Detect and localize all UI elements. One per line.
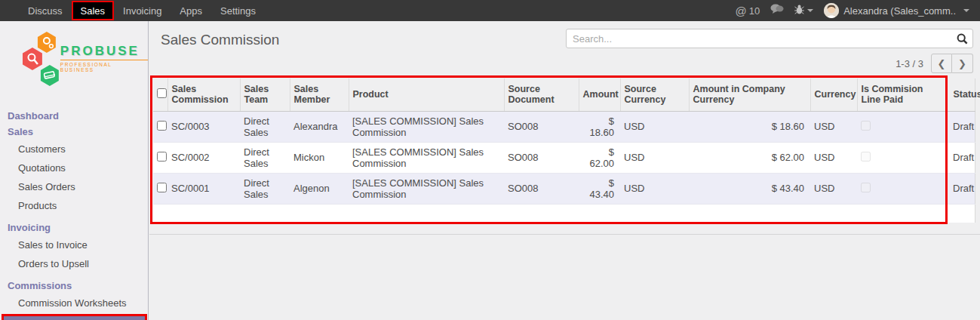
- messages-icon[interactable]: [770, 4, 784, 17]
- cell-product: [SALES COMMISSION] Sales Commission: [349, 173, 504, 204]
- sidebar-header-invoicing[interactable]: Invoicing: [0, 220, 148, 235]
- cell-amount-company: $ 43.40: [689, 173, 810, 204]
- bug-icon: [794, 4, 804, 17]
- col-product[interactable]: Product: [349, 78, 504, 111]
- at-icon: @: [735, 5, 746, 17]
- user-name: Alexandra (Sales_comm..: [843, 5, 956, 17]
- debug-menu[interactable]: [794, 4, 813, 17]
- status-badge: Draft: [947, 173, 975, 204]
- table-row[interactable]: SC/0001 Direct Sales Algenon [SALES COMM…: [153, 173, 975, 204]
- avatar: [824, 3, 839, 18]
- search-input[interactable]: [567, 33, 951, 45]
- cell-amount-company: $ 62.00: [689, 142, 810, 173]
- paid-checkbox[interactable]: [861, 121, 871, 131]
- cell-product: [SALES COMMISSION] Sales Commission: [349, 142, 504, 173]
- paid-checkbox[interactable]: [861, 183, 871, 192]
- col-sales-commission[interactable]: Sales Commission: [167, 78, 240, 111]
- cell-member: Mickon: [290, 142, 349, 173]
- cell-product: [SALES COMMISSION] Sales Commission: [349, 111, 504, 142]
- cell-member: Alexandra: [290, 111, 349, 142]
- cell-source-currency: USD: [620, 142, 689, 173]
- logo-text: PROBUSE PROFESSIONAL BUSINESS: [60, 44, 148, 72]
- cell-name: SC/0002: [167, 142, 240, 173]
- col-sales-team[interactable]: Sales Team: [240, 78, 290, 111]
- empty-row: [153, 204, 975, 223]
- col-currency[interactable]: Currency: [810, 78, 857, 111]
- chevron-right-icon: ❯: [958, 58, 966, 69]
- sidebar-item-customers[interactable]: Customers: [0, 140, 148, 158]
- sidebar-header-commissions[interactable]: Commissions: [0, 278, 148, 294]
- pager-previous-button[interactable]: ❮: [931, 54, 952, 73]
- caret-down-icon: [807, 9, 813, 12]
- col-amount-company-currency[interactable]: Amount in Company Currency: [689, 78, 810, 111]
- row-select-checkbox[interactable]: [157, 183, 167, 192]
- cell-currency: USD: [810, 142, 857, 173]
- sidebar: PROBUSE PROFESSIONAL BUSINESS Dashboard …: [0, 21, 149, 320]
- col-source-currency[interactable]: Source Currency: [620, 78, 689, 111]
- sidebar-item-quotations[interactable]: Quotations: [0, 158, 148, 177]
- logo-title: PROBUSE: [60, 44, 148, 59]
- search-box: [566, 29, 973, 48]
- cell-name: SC/0003: [167, 111, 240, 142]
- chevron-left-icon: ❮: [938, 58, 946, 69]
- sidebar-item-products[interactable]: Products: [0, 196, 148, 215]
- cell-team: Direct Sales: [240, 173, 290, 204]
- main-content: Sales Commission 1-3 / 3 ❮ ❯: [149, 21, 980, 320]
- cell-amount: $ 18.60: [579, 111, 620, 142]
- table-row[interactable]: SC/0003 Direct Sales Alexandra [SALES CO…: [153, 111, 975, 142]
- cell-source: SO008: [504, 173, 579, 204]
- col-is-commission-line-paid[interactable]: Is Commision Line Paid: [857, 78, 947, 111]
- content-divider: [149, 234, 980, 235]
- sidebar-item-sales-orders[interactable]: Sales Orders: [0, 177, 148, 196]
- mentions-counter[interactable]: @ 10: [735, 5, 760, 17]
- col-source-document[interactable]: Source Document: [504, 78, 579, 111]
- cell-name: SC/0001: [167, 173, 240, 204]
- cell-source: SO008: [504, 142, 579, 173]
- main-menu: Discuss Sales Invoicing Apps Settings: [0, 0, 265, 21]
- cell-source: SO008: [504, 111, 579, 142]
- company-logo: PROBUSE PROFESSIONAL BUSINESS: [21, 29, 148, 88]
- sidebar-item-orders-to-upsell[interactable]: Orders to Upsell: [0, 254, 148, 273]
- commission-list-view: Sales Commission Sales Team Sales Member…: [153, 78, 975, 223]
- pager: 1-3 / 3 ❮ ❯: [566, 53, 973, 74]
- cell-team: Direct Sales: [240, 111, 290, 142]
- table-row[interactable]: SC/0002 Direct Sales Mickon [SALES COMMI…: [153, 142, 975, 173]
- mention-count: 10: [749, 5, 760, 17]
- row-select-checkbox[interactable]: [157, 152, 167, 162]
- top-navbar: Discuss Sales Invoicing Apps Settings @ …: [0, 0, 980, 21]
- cell-currency: USD: [810, 111, 857, 142]
- cell-currency: USD: [810, 173, 857, 204]
- search-icon[interactable]: [951, 29, 972, 48]
- row-select-checkbox[interactable]: [157, 121, 167, 131]
- cell-amount: $ 62.00: [579, 142, 620, 173]
- caret-down-icon: [963, 9, 969, 12]
- page-title: Sales Commission: [161, 32, 279, 48]
- paid-checkbox[interactable]: [861, 152, 871, 162]
- cell-amount-company: $ 18.60: [689, 111, 810, 142]
- user-menu[interactable]: Alexandra (Sales_comm..: [824, 3, 969, 18]
- nav-item-discuss[interactable]: Discuss: [19, 0, 72, 21]
- nav-item-sales[interactable]: Sales: [72, 1, 115, 20]
- nav-item-settings[interactable]: Settings: [211, 0, 265, 21]
- pager-range: 1-3 / 3: [896, 58, 923, 69]
- cell-amount: $ 43.40: [579, 173, 620, 204]
- status-badge: Draft: [947, 142, 975, 173]
- systray: @ 10: [735, 3, 980, 18]
- cell-source-currency: USD: [620, 111, 689, 142]
- sidebar-header-dashboard[interactable]: Dashboard: [0, 108, 148, 124]
- sidebar-item-sales-commissions-lines[interactable]: Sales Commissions Lines: [2, 314, 147, 320]
- sidebar-item-sales-to-invoice[interactable]: Sales to Invoice: [0, 235, 148, 254]
- sidebar-menu: Dashboard Sales Customers Quotations Sal…: [0, 108, 148, 320]
- pager-next-button[interactable]: ❯: [952, 54, 973, 73]
- sidebar-item-commission-worksheets[interactable]: Commission Worksheets: [0, 294, 148, 312]
- col-sales-member[interactable]: Sales Member: [290, 78, 349, 111]
- table-header-row: Sales Commission Sales Team Sales Member…: [153, 78, 975, 111]
- logo-subtitle: PROFESSIONAL BUSINESS: [60, 60, 148, 72]
- nav-item-apps[interactable]: Apps: [171, 0, 211, 21]
- nav-item-invoicing[interactable]: Invoicing: [114, 0, 171, 21]
- col-amount[interactable]: Amount: [579, 78, 620, 111]
- col-status[interactable]: Status: [947, 78, 975, 111]
- select-all-checkbox[interactable]: [157, 88, 167, 98]
- app-window: Discuss Sales Invoicing Apps Settings @ …: [0, 0, 980, 320]
- sidebar-header-sales[interactable]: Sales: [0, 124, 148, 140]
